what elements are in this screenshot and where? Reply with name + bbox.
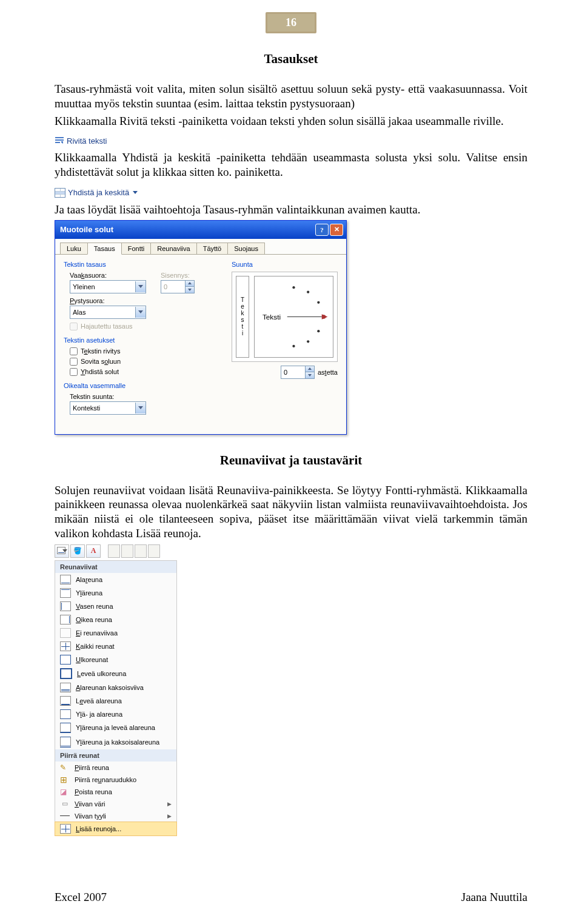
borders-header: Reunaviivat <box>55 561 176 573</box>
tab-fontti[interactable]: Fontti <box>121 243 152 254</box>
group-rtl: Oikealta vasemmalle <box>64 382 221 389</box>
merge-icon <box>55 188 65 198</box>
checkbox-wrap[interactable]: Tekstin rivitys <box>70 347 221 355</box>
align-button[interactable] <box>135 544 147 558</box>
border-item[interactable]: Ulkoreunat <box>55 653 176 666</box>
border-item[interactable]: Oikea reuna <box>55 613 176 626</box>
grid-icon <box>60 824 71 834</box>
svg-point-3 <box>292 286 295 288</box>
svg-rect-2 <box>55 142 60 143</box>
chevron-down-icon <box>133 191 138 194</box>
heading-tasaukset: Tasaukset <box>55 52 527 67</box>
border-icon <box>60 709 71 719</box>
checkbox-shrink[interactable]: Sovita soluun <box>70 358 221 366</box>
orientation-control[interactable]: Teksti Teksti <box>232 272 338 362</box>
border-item[interactable]: Leveä alareuna <box>55 694 176 708</box>
label-horizontal: Vaakasuora: <box>70 272 146 279</box>
border-item[interactable]: Alareuna <box>55 573 176 586</box>
pal-icon <box>60 800 70 808</box>
heading-reunaviivat: Reunaviivat ja taustavärit <box>55 453 527 468</box>
select-vertical[interactable]: Alas <box>70 306 146 319</box>
font-color-button[interactable]: A <box>86 544 101 558</box>
spinner-indent[interactable]: 0 <box>161 280 195 293</box>
border-item[interactable]: Alareunan kaksoisviiva <box>55 681 176 694</box>
wrap-text-icon <box>55 136 64 146</box>
border-item[interactable]: Leveä ulkoreuna <box>55 666 176 681</box>
align-button[interactable] <box>121 544 133 558</box>
label-vertical: Pystysuora: <box>70 297 221 304</box>
fill-dropdown-button[interactable]: 🪣 <box>70 544 85 558</box>
label-degrees: astetta <box>318 369 338 376</box>
para-1b: Klikkaamalla Rivitä teksti -painiketta v… <box>55 114 527 129</box>
dialog-titlebar: Muotoile solut ? ✕ <box>55 221 346 239</box>
border-dropdown-button[interactable] <box>55 544 69 558</box>
svg-rect-1 <box>55 139 64 141</box>
border-item[interactable]: Vasen reuna <box>55 600 176 613</box>
group-text-settings: Tekstin asetukset <box>64 336 221 344</box>
page-number: 16 <box>266 12 316 33</box>
tab-taytto[interactable]: Täyttö <box>196 243 229 254</box>
para-4: Solujen reunaviivat voidaan lisätä Reuna… <box>55 483 527 541</box>
border-icon <box>60 696 71 706</box>
svg-point-11 <box>322 315 326 318</box>
align-button[interactable] <box>108 544 120 558</box>
orientation-arc[interactable]: Teksti <box>254 276 333 358</box>
label-direction: Tekstin suunta: <box>70 393 221 400</box>
svg-text:Teksti: Teksti <box>263 312 281 321</box>
tab-suojaus[interactable]: Suojaus <box>227 243 265 254</box>
para-1: Tasaus-ryhmästä voit valita, miten solun… <box>55 82 527 111</box>
line-icon <box>60 812 70 820</box>
wrap-text-label: Rivitä teksti <box>67 136 107 146</box>
draw-item[interactable]: Viivan väri▶ <box>55 798 176 810</box>
dialog-tabs: Luku Tasaus Fontti Reunaviiva Täyttö Suo… <box>55 239 346 255</box>
merge-label: Yhdistä ja keskitä <box>68 188 129 197</box>
border-item[interactable]: Yläreuna ja leveä alareuna <box>55 721 176 735</box>
tab-luku[interactable]: Luku <box>60 243 88 254</box>
border-icon <box>60 723 71 733</box>
tab-reunaviiva[interactable]: Reunaviiva <box>150 243 196 254</box>
format-cells-dialog: Muotoile solut ? ✕ Luku Tasaus Fontti Re… <box>55 220 347 435</box>
draw-item[interactable]: Piirrä reuna <box>55 762 176 774</box>
grid-icon <box>60 775 70 784</box>
help-button[interactable]: ? <box>315 224 329 236</box>
draw-item[interactable]: Piirrä reunaruudukko <box>55 774 176 786</box>
draw-item[interactable]: Viivan tyyli▶ <box>55 810 176 822</box>
border-icon <box>60 575 71 584</box>
border-item[interactable]: Ei reunaviivaa <box>55 626 176 640</box>
border-icon <box>60 668 72 679</box>
mini-toolbar: 🪣 A <box>55 544 527 558</box>
border-item[interactable]: Ylä- ja alareuna <box>55 708 176 721</box>
vertical-text-box[interactable]: Teksti <box>236 276 249 358</box>
border-item[interactable]: Yläreuna ja kaksoisalareuna <box>55 735 176 749</box>
spinner-degrees[interactable]: 0 <box>281 366 315 379</box>
dialog-title: Muotoile solut <box>60 225 113 234</box>
wrap-text-button[interactable]: Rivitä teksti <box>55 136 107 146</box>
para-3: Ja taas löydät lisää vaihtoehtoja Tasaus… <box>55 203 527 217</box>
svg-point-5 <box>317 301 319 303</box>
select-horizontal[interactable]: Yleinen <box>70 280 146 293</box>
svg-point-8 <box>292 344 295 347</box>
close-button[interactable]: ✕ <box>330 224 343 236</box>
border-item[interactable]: Yläreuna <box>55 586 176 600</box>
tab-tasaus[interactable]: Tasaus <box>87 243 122 255</box>
border-item[interactable]: Kaikki reunat <box>55 640 176 653</box>
svg-point-4 <box>307 290 309 293</box>
borders-menu: Reunaviivat AlareunaYläreunaVasen reunaO… <box>55 560 177 836</box>
footer-left: Excel 2007 <box>55 891 107 904</box>
select-direction[interactable]: Konteksti <box>70 401 146 415</box>
more-borders-item[interactable]: Lisää reunoja... <box>55 822 177 836</box>
border-icon <box>60 588 71 598</box>
border-icon <box>60 628 71 638</box>
border-icon <box>60 655 71 665</box>
align-button[interactable] <box>148 544 160 558</box>
border-icon <box>60 737 71 748</box>
draw-item[interactable]: Poista reuna <box>55 786 176 798</box>
merge-center-button[interactable]: Yhdistä ja keskitä <box>55 188 138 198</box>
border-icon <box>60 601 71 611</box>
svg-point-6 <box>317 330 319 332</box>
checkbox-merge[interactable]: Yhdistä solut <box>70 368 221 376</box>
checkbox-justify: Hajautettu tasaus <box>70 323 221 330</box>
svg-point-7 <box>307 340 309 343</box>
group-orientation: Suunta <box>232 261 338 268</box>
pen-icon <box>60 763 70 772</box>
